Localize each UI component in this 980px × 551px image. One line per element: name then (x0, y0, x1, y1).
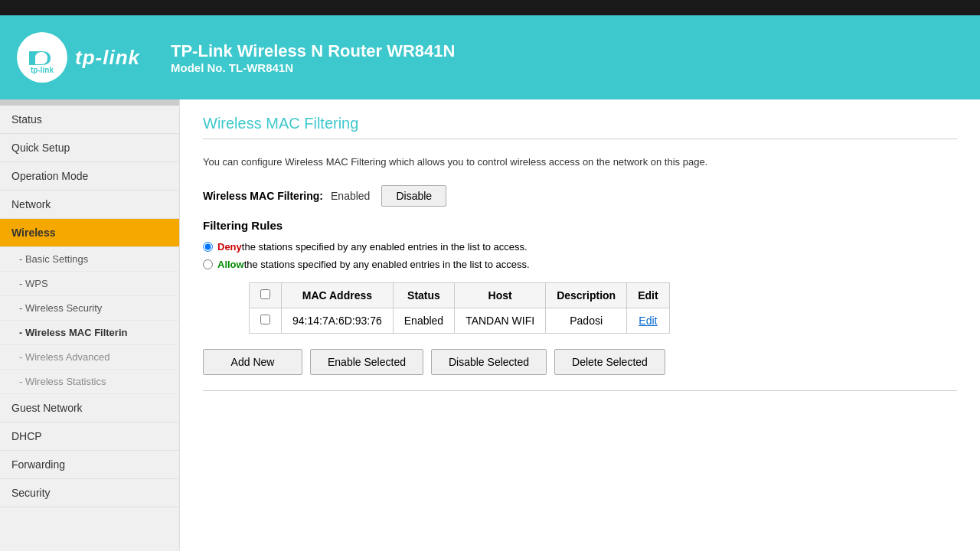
logo-area: tp-link tp-link (15, 31, 140, 84)
header-description: Description (546, 282, 627, 308)
svg-point-0 (17, 32, 67, 83)
sidebar-sub-basic-settings[interactable]: - Basic Settings (0, 247, 179, 272)
deny-radio-row: Deny the stations specified by any enabl… (203, 241, 957, 253)
disable-button[interactable]: Disable (381, 185, 446, 207)
row-edit-cell: Edit (627, 308, 669, 333)
sidebar-item-network[interactable]: Network (0, 191, 179, 219)
row-edit-link[interactable]: Edit (639, 315, 657, 327)
header-status: Status (393, 282, 454, 308)
sidebar-item-dhcp[interactable]: DHCP (0, 422, 179, 451)
sidebar-item-wireless[interactable]: Wireless (0, 219, 179, 247)
filter-label: Wireless MAC Filtering: (203, 190, 323, 202)
select-all-checkbox[interactable] (260, 289, 270, 299)
logo-text: tp-link (75, 46, 140, 70)
sidebar-item-operation-mode[interactable]: Operation Mode (0, 162, 179, 191)
svg-text:tp-link: tp-link (31, 66, 54, 74)
sidebar-sub-wps[interactable]: - WPS (0, 272, 179, 296)
header-host: Host (455, 282, 546, 308)
row-checkbox[interactable] (260, 315, 270, 324)
sidebar-item-quick-setup[interactable]: Quick Setup (0, 134, 179, 162)
disable-selected-button[interactable]: Disable Selected (431, 349, 547, 375)
deny-description: the stations specified by any enabled en… (242, 241, 528, 253)
delete-selected-button[interactable]: Delete Selected (554, 349, 665, 375)
rules-title: Filtering Rules (203, 219, 957, 232)
table-row: 94:14:7A:6D:93:76 Enabled TANDAN WIFI Pa… (250, 308, 670, 333)
sidebar-item-security[interactable]: Security (0, 479, 179, 507)
sidebar-item-forwarding[interactable]: Forwarding (0, 451, 179, 479)
enable-selected-button[interactable]: Enable Selected (310, 349, 423, 375)
action-buttons-row: Add New Enable Selected Disable Selected… (203, 349, 957, 375)
allow-radio-row: Allow the stations specified by any enab… (203, 259, 957, 270)
tp-link-logo: tp-link (15, 31, 69, 84)
filter-status-value: Enabled (331, 190, 370, 202)
table-header-row: MAC Address Status Host Description Edit (250, 282, 670, 308)
description-text: You can configure Wireless MAC Filtering… (203, 155, 957, 170)
row-mac: 94:14:7A:6D:93:76 (282, 308, 394, 333)
header-edit: Edit (627, 282, 669, 308)
add-new-button[interactable]: Add New (203, 349, 302, 375)
bottom-divider (203, 390, 957, 391)
title-divider (203, 139, 957, 139)
header-text: TP-Link Wireless N Router WR841N Model N… (171, 41, 455, 74)
header-model: Model No. TL-WR841N (171, 61, 455, 74)
sidebar-sub-wireless-statistics[interactable]: - Wireless Statistics (0, 370, 179, 394)
mac-address-table: MAC Address Status Host Description Edit… (249, 282, 670, 334)
row-checkbox-cell (250, 308, 282, 333)
main-layout: Status Quick Setup Operation Mode Networ… (0, 99, 980, 551)
header-title: TP-Link Wireless N Router WR841N (171, 41, 455, 61)
allow-description: the stations specified by any enabled en… (244, 259, 530, 270)
scroll-indicator[interactable] (0, 99, 179, 106)
sidebar-sub-wireless-advanced[interactable]: - Wireless Advanced (0, 345, 179, 370)
row-host: TANDAN WIFI (455, 308, 546, 333)
sidebar: Status Quick Setup Operation Mode Networ… (0, 99, 180, 551)
allow-label: Allow (217, 259, 244, 270)
sidebar-sub-wireless-mac-filtering[interactable]: - Wireless MAC Filterin (0, 321, 179, 345)
row-status: Enabled (393, 308, 454, 333)
page-title: Wireless MAC Filtering (203, 115, 957, 132)
sidebar-item-status[interactable]: Status (0, 106, 179, 134)
filter-status-row: Wireless MAC Filtering: Enabled Disable (203, 185, 957, 207)
header-checkbox-col (250, 282, 282, 308)
sidebar-item-guest-network[interactable]: Guest Network (0, 394, 179, 422)
header-mac: MAC Address (282, 282, 394, 308)
sidebar-sub-wireless-security[interactable]: - Wireless Security (0, 296, 179, 321)
deny-label: Deny (217, 241, 242, 253)
row-description: Padosi (546, 308, 627, 333)
header: tp-link tp-link TP-Link Wireless N Route… (0, 15, 980, 99)
deny-radio[interactable] (203, 242, 213, 252)
allow-radio[interactable] (203, 259, 213, 269)
top-bar (0, 0, 980, 15)
content-area: Wireless MAC Filtering You can configure… (180, 99, 980, 551)
